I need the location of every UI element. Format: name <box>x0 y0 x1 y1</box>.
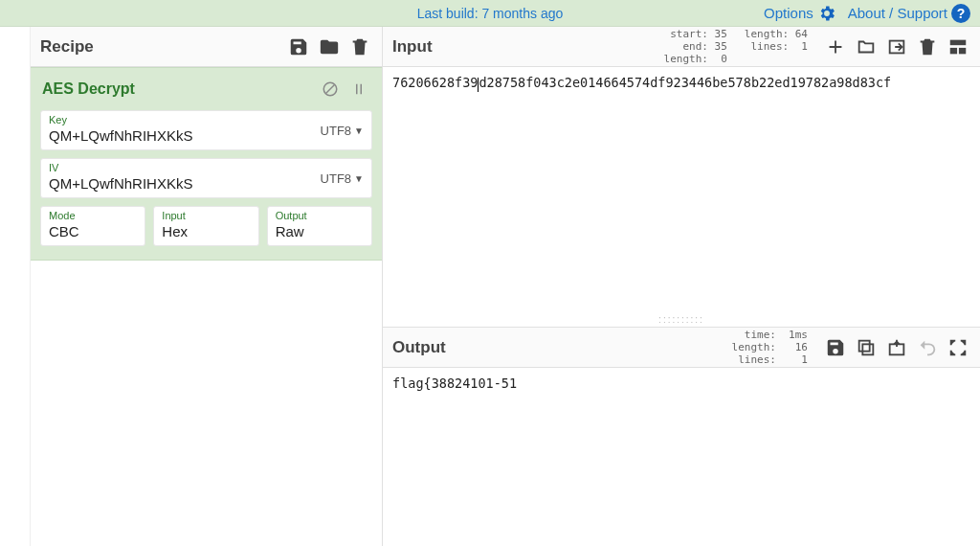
options-label: Options <box>764 5 813 21</box>
save-output-button[interactable] <box>823 335 848 360</box>
output-header: Output time: 1ms length: 16 lines: 1 <box>383 328 980 368</box>
about-link[interactable]: About / Support ? <box>848 4 970 23</box>
disable-operation-button[interactable] <box>319 78 342 101</box>
banner-right: Options About / Support ? <box>764 4 970 23</box>
disable-icon <box>322 80 339 98</box>
iv-field[interactable]: IV QM+LQwfNhRIHXKkS UTF8 ▼ <box>40 158 372 198</box>
key-encoding-select[interactable]: UTF8 ▼ <box>321 124 364 138</box>
io-panel: Input start: 35 end: 35 length: 0 length… <box>383 27 980 546</box>
about-label: About / Support <box>848 5 947 21</box>
input-header: Input start: 35 end: 35 length: 0 length… <box>383 27 980 67</box>
gear-icon <box>817 4 836 23</box>
input-title: Input <box>392 37 433 57</box>
mode-field[interactable]: Mode CBC <box>40 206 145 246</box>
input-format-field[interactable]: Input Hex <box>153 206 258 246</box>
clear-input-button[interactable] <box>915 34 940 59</box>
open-recipe-button[interactable] <box>317 34 342 59</box>
key-value: QM+LQwfNhRIHXKkS <box>49 127 364 144</box>
input-meta: start: 35 end: 35 length: 0 length: 64 l… <box>664 28 808 66</box>
help-icon: ? <box>951 4 970 23</box>
iv-value: QM+LQwfNhRIHXKkS <box>49 175 364 192</box>
svg-rect-5 <box>950 39 967 45</box>
svg-rect-9 <box>859 341 870 352</box>
key-label: Key <box>49 115 364 125</box>
options-link[interactable]: Options <box>764 4 836 23</box>
svg-line-1 <box>326 85 335 94</box>
pause-operation-button[interactable] <box>347 78 370 101</box>
caret-down-icon: ▼ <box>354 125 364 136</box>
recipe-header: Recipe <box>31 27 382 67</box>
move-output-to-input-button[interactable] <box>884 335 909 360</box>
operation-title: AES Decrypt <box>42 80 313 98</box>
iv-label: IV <box>49 163 364 173</box>
output-pane: Output time: 1ms length: 16 lines: 1 fla… <box>383 328 980 546</box>
save-recipe-button[interactable] <box>286 34 311 59</box>
output-title: Output <box>392 338 446 357</box>
recipe-panel: Recipe AES Decrypt <box>31 27 383 546</box>
add-input-button[interactable] <box>823 34 848 59</box>
resize-handle[interactable]: :::::::::: <box>658 314 704 325</box>
output-textarea[interactable]: flag{38824101-51 <box>383 368 980 546</box>
svg-rect-7 <box>959 47 966 53</box>
top-banner: Last build: 7 months ago Options About /… <box>0 0 980 27</box>
build-info: Last build: 7 months ago <box>417 6 564 21</box>
input-textarea[interactable]: 76206628f39d28758f043c2e014664574df92344… <box>383 67 980 327</box>
output-format-field[interactable]: Output Raw <box>267 206 372 246</box>
svg-rect-8 <box>862 344 873 354</box>
undo-button[interactable] <box>915 335 940 360</box>
svg-rect-6 <box>950 47 957 53</box>
open-folder-button[interactable] <box>854 34 879 59</box>
pause-icon <box>350 80 368 98</box>
operation-card: AES Decrypt Key QM+LQwfNhRIHXKkS UTF8 ▼ <box>31 67 382 261</box>
key-field[interactable]: Key QM+LQwfNhRIHXKkS UTF8 ▼ <box>40 110 372 150</box>
left-gutter <box>0 27 31 546</box>
recipe-title: Recipe <box>40 37 280 57</box>
open-file-button[interactable] <box>884 34 909 59</box>
copy-output-button[interactable] <box>854 335 879 360</box>
input-pane: Input start: 35 end: 35 length: 0 length… <box>383 27 980 328</box>
output-meta: time: 1ms length: 16 lines: 1 <box>732 329 808 367</box>
input-layout-button[interactable] <box>946 34 970 59</box>
iv-encoding-select[interactable]: UTF8 ▼ <box>321 171 364 186</box>
clear-recipe-button[interactable] <box>347 34 372 59</box>
caret-down-icon: ▼ <box>354 173 364 184</box>
operation-header[interactable]: AES Decrypt <box>31 68 382 106</box>
maximize-output-button[interactable] <box>946 335 970 360</box>
